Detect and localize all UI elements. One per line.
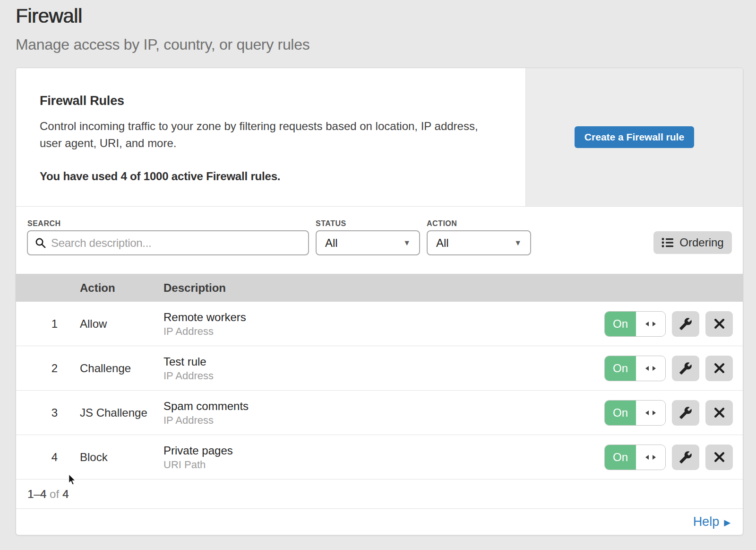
edit-rule-button[interactable] [672, 356, 699, 381]
rule-title: Private pages [163, 443, 604, 458]
rule-match-type: IP Address [163, 369, 604, 383]
rule-match-type: IP Address [163, 413, 604, 427]
mouse-cursor [69, 474, 80, 486]
left-right-arrows-icon [644, 410, 657, 416]
search-input-wrapper [27, 230, 309, 255]
usage-note: You have used 4 of 1000 active Firewall … [40, 170, 516, 183]
search-label: SEARCH [27, 219, 61, 228]
left-right-arrows-icon [644, 454, 657, 461]
toggle-knob [636, 401, 665, 425]
column-header-description: Description [163, 281, 743, 295]
wrench-icon [679, 362, 692, 375]
rule-match-type: IP Address [163, 324, 604, 338]
rule-description: Remote workers IP Address [163, 310, 604, 338]
rule-controls: On [604, 356, 743, 381]
rule-priority: 1 [16, 317, 80, 331]
status-label: STATUS [316, 219, 346, 228]
page-subtitle: Manage access by IP, country, or query r… [16, 36, 309, 53]
edit-rule-button[interactable] [672, 445, 699, 470]
status-select[interactable]: All ▼ [316, 230, 420, 255]
toggle-knob [636, 356, 665, 381]
pagination-total: 4 [62, 488, 69, 501]
action-select-value: All [436, 236, 449, 250]
rule-description: Private pages URI Path [163, 443, 604, 471]
section-description: Control incoming traffic to your zone by… [40, 118, 516, 152]
wrench-icon [679, 317, 692, 331]
pagination-of: of [46, 488, 62, 501]
rule-title: Remote workers [163, 310, 604, 324]
overview-text: Firewall Rules Control incoming traffic … [16, 68, 526, 206]
delete-rule-button[interactable] [705, 356, 733, 381]
left-right-arrows-icon [644, 321, 657, 327]
rule-controls: On [604, 445, 743, 470]
triangle-right-icon: ▶ [724, 516, 730, 528]
table-row: 2 Challenge Test rule IP Address On [16, 346, 743, 391]
close-icon [713, 317, 726, 330]
wrench-icon [679, 406, 692, 419]
pagination: 1–4 of 4 [16, 480, 743, 509]
create-firewall-rule-button[interactable]: Create a Firewall rule [575, 126, 694, 148]
help-link[interactable]: Help▶ [693, 515, 730, 529]
rule-description: Test rule IP Address [163, 354, 604, 383]
overview-section: Firewall Rules Control incoming traffic … [16, 68, 743, 207]
action-select[interactable]: All ▼ [427, 230, 531, 255]
delete-rule-button[interactable] [705, 311, 733, 337]
rule-action: Allow [80, 317, 163, 331]
rule-enabled-toggle[interactable]: On [604, 445, 666, 470]
toggle-on-label: On [605, 445, 636, 470]
rule-description: Spam comments IP Address [163, 399, 604, 427]
rule-priority: 2 [16, 362, 80, 375]
rule-priority: 4 [16, 451, 80, 464]
page-title: Firewall [16, 5, 82, 27]
toggle-knob [636, 445, 665, 470]
table-header: # Action Description [16, 274, 743, 302]
close-icon [713, 406, 726, 419]
close-icon [713, 362, 726, 375]
search-icon [34, 237, 46, 249]
toggle-on-label: On [605, 356, 636, 381]
rule-enabled-toggle[interactable]: On [604, 311, 666, 337]
status-select-value: All [325, 236, 338, 250]
toggle-on-label: On [605, 312, 636, 336]
rule-title: Spam comments [163, 399, 604, 413]
chevron-down-icon: ▼ [514, 239, 522, 247]
chevron-down-icon: ▼ [403, 239, 411, 247]
rule-title: Test rule [163, 354, 604, 369]
table-row: 3 JS Challenge Spam comments IP Address … [16, 391, 743, 435]
rule-action: Block [80, 451, 163, 464]
rule-enabled-toggle[interactable]: On [604, 400, 666, 426]
wrench-icon [679, 451, 692, 464]
pagination-range: 1–4 [27, 488, 46, 501]
help-label: Help [693, 515, 720, 529]
table-row: 4 Block Private pages URI Path On [16, 435, 743, 480]
edit-rule-button[interactable] [672, 311, 699, 337]
search-input[interactable] [51, 236, 301, 250]
left-right-arrows-icon [644, 365, 657, 372]
action-label: ACTION [427, 219, 457, 228]
cta-panel: Create a Firewall rule [526, 68, 743, 206]
rule-action: Challenge [80, 362, 163, 375]
ordered-list-icon [662, 237, 674, 248]
rule-enabled-toggle[interactable]: On [604, 356, 666, 381]
ordering-button[interactable]: Ordering [653, 231, 732, 254]
ordering-button-label: Ordering [679, 236, 723, 249]
delete-rule-button[interactable] [705, 400, 733, 426]
edit-rule-button[interactable] [672, 400, 699, 426]
rule-priority: 3 [16, 406, 80, 419]
toggle-on-label: On [605, 401, 636, 425]
section-heading: Firewall Rules [40, 94, 516, 108]
close-icon [713, 451, 726, 463]
firewall-rules-card: Firewall Rules Control incoming traffic … [16, 68, 743, 535]
rule-controls: On [604, 400, 743, 426]
rule-controls: On [604, 311, 743, 337]
delete-rule-button[interactable] [705, 445, 733, 470]
help-row: Help▶ [16, 509, 743, 535]
rule-match-type: URI Path [163, 458, 604, 471]
rule-action: JS Challenge [80, 406, 163, 419]
column-header-action: Action [80, 281, 163, 295]
toggle-knob [636, 312, 665, 336]
filter-bar: SEARCH STATUS ACTION All ▼ All ▼ Orderin… [16, 207, 743, 274]
table-row: 1 Allow Remote workers IP Address On [16, 302, 743, 346]
